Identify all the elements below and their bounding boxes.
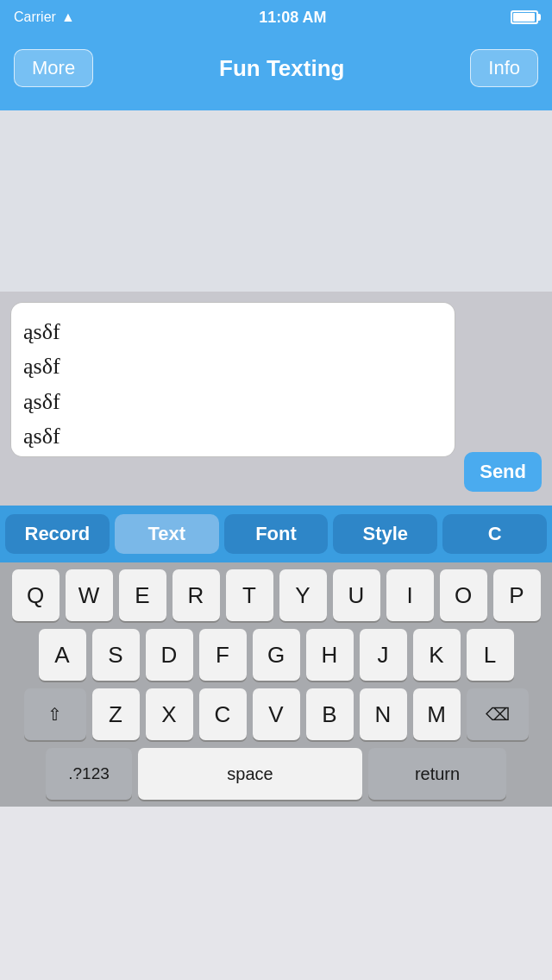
key-y[interactable]: Y bbox=[279, 569, 327, 621]
key-m[interactable]: M bbox=[413, 688, 461, 740]
key-i[interactable]: I bbox=[386, 569, 434, 621]
key-b[interactable]: B bbox=[306, 688, 354, 740]
key-s[interactable]: S bbox=[92, 629, 140, 681]
key-j[interactable]: J bbox=[360, 629, 407, 681]
wifi-icon: ▲ bbox=[61, 9, 75, 25]
info-button[interactable]: Info bbox=[470, 49, 538, 87]
style-button[interactable]: Style bbox=[333, 514, 437, 554]
keyboard-row-1: Q W E R T Y U I O P bbox=[3, 569, 549, 621]
return-key[interactable]: return bbox=[368, 748, 506, 800]
shift-key[interactable]: ⇧ bbox=[24, 688, 86, 740]
delete-key[interactable]: ⌫ bbox=[467, 688, 529, 740]
keyboard-row-2: A S D F G H J K L bbox=[3, 629, 549, 681]
key-h[interactable]: H bbox=[306, 629, 354, 681]
key-o[interactable]: O bbox=[440, 569, 487, 621]
key-c[interactable]: C bbox=[199, 688, 247, 740]
key-k[interactable]: K bbox=[413, 629, 461, 681]
key-x[interactable]: X bbox=[146, 688, 193, 740]
key-f[interactable]: F bbox=[199, 629, 247, 681]
status-carrier-wifi: Carrier ▲ bbox=[14, 9, 75, 25]
key-n[interactable]: N bbox=[360, 688, 407, 740]
key-u[interactable]: U bbox=[333, 569, 380, 621]
carrier-label: Carrier bbox=[14, 9, 56, 25]
nav-title: Fun Texting bbox=[219, 55, 344, 82]
keyboard-row-bottom: .?123 space return bbox=[3, 748, 549, 800]
space-key[interactable]: space bbox=[138, 748, 362, 800]
key-r[interactable]: R bbox=[172, 569, 220, 621]
status-time: 11:08 AM bbox=[259, 9, 326, 27]
battery-icon bbox=[511, 10, 538, 24]
key-g[interactable]: G bbox=[253, 629, 300, 681]
text-input[interactable] bbox=[10, 302, 455, 457]
key-v[interactable]: V bbox=[253, 688, 300, 740]
input-area: Send bbox=[0, 292, 552, 506]
more-toolbar-button[interactable]: C bbox=[442, 514, 547, 554]
keyboard: Q W E R T Y U I O P A S D F G H J K L ⇧ … bbox=[0, 562, 552, 807]
message-area bbox=[0, 110, 552, 292]
record-button[interactable]: Record bbox=[5, 514, 110, 554]
key-p[interactable]: P bbox=[493, 569, 541, 621]
battery-fill bbox=[513, 13, 535, 22]
more-button[interactable]: More bbox=[14, 49, 93, 87]
nav-bar: More Fun Texting Info bbox=[0, 35, 552, 110]
key-z[interactable]: Z bbox=[92, 688, 140, 740]
key-l[interactable]: L bbox=[467, 629, 514, 681]
numbers-key[interactable]: .?123 bbox=[46, 748, 132, 800]
key-t[interactable]: T bbox=[226, 569, 273, 621]
status-bar: Carrier ▲ 11:08 AM bbox=[0, 0, 552, 35]
key-q[interactable]: Q bbox=[12, 569, 60, 621]
keyboard-row-3: ⇧ Z X C V B N M ⌫ bbox=[3, 688, 549, 740]
send-button[interactable]: Send bbox=[464, 452, 542, 492]
text-button[interactable]: Text bbox=[115, 514, 219, 554]
key-e[interactable]: E bbox=[119, 569, 166, 621]
key-d[interactable]: D bbox=[146, 629, 193, 681]
toolbar: Record Text Font Style C bbox=[0, 506, 552, 562]
key-a[interactable]: A bbox=[39, 629, 86, 681]
key-w[interactable]: W bbox=[66, 569, 113, 621]
font-button[interactable]: Font bbox=[224, 514, 329, 554]
